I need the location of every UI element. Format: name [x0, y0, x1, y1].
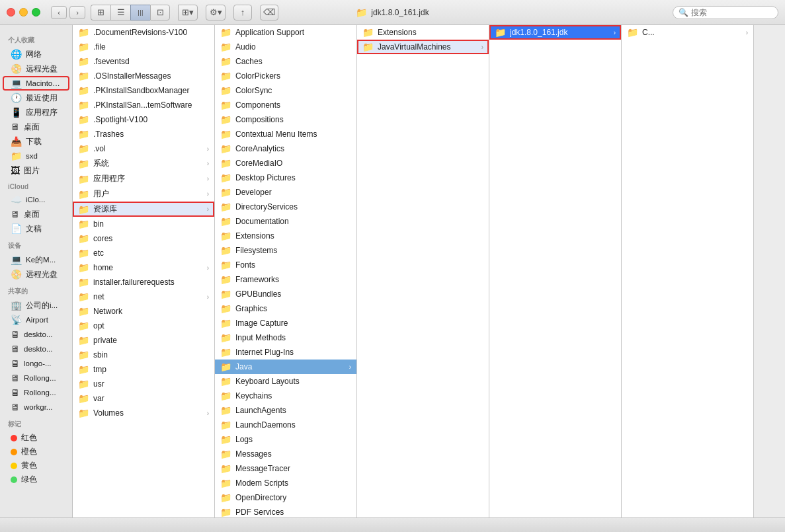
file-item[interactable]: 📁MessageTracer: [215, 461, 356, 476]
file-item[interactable]: 📁opt: [73, 319, 214, 333]
sidebar-item-pictures[interactable]: 🖼图片: [3, 163, 69, 178]
file-item[interactable]: 📁installer.failurerequests: [73, 275, 214, 289]
file-item[interactable]: 📁Extensions: [357, 25, 489, 40]
file-item[interactable]: 📁Network: [73, 304, 214, 319]
sidebar-item-airport[interactable]: 📡Airport: [3, 313, 69, 327]
file-item[interactable]: 📁Messages: [215, 447, 356, 461]
file-item[interactable]: 📁资源库›: [73, 202, 214, 217]
file-item[interactable]: 📁LaunchAgents: [215, 403, 356, 418]
file-item[interactable]: 📁private: [73, 333, 214, 348]
file-item[interactable]: 📁Desktop Pictures: [215, 171, 356, 185]
file-item[interactable]: 📁.DocumentRevisions-V100: [73, 25, 214, 40]
file-item[interactable]: 📁Audio: [215, 40, 356, 54]
back-button[interactable]: ‹: [51, 6, 67, 19]
file-item[interactable]: 📁.fseventsd: [73, 54, 214, 69]
sidebar-item-network[interactable]: 🌐网络: [3, 47, 69, 61]
file-item[interactable]: 📁LaunchDaemons: [215, 418, 356, 432]
file-item[interactable]: 📁JavaVirtualMachines›: [357, 40, 489, 54]
file-item[interactable]: 📁系统›: [73, 156, 214, 171]
file-item[interactable]: 📁Keychains: [215, 389, 356, 403]
sidebar-item-icloud-docs[interactable]: 📄文稿: [3, 221, 69, 236]
file-item[interactable]: 📁.file: [73, 40, 214, 54]
file-item[interactable]: 📁Java›: [215, 360, 356, 374]
file-item[interactable]: 📁Graphics: [215, 301, 356, 316]
file-item[interactable]: 📁.vol›: [73, 141, 214, 156]
sidebar-item-desktop2[interactable]: 🖥deskto...: [3, 342, 69, 356]
sidebar-item-rollong2[interactable]: 🖥Rollong...: [3, 385, 69, 400]
column-view-button[interactable]: ⫼: [130, 5, 150, 20]
file-item[interactable]: 📁.PKInstallSan...temSoftware: [73, 98, 214, 112]
file-item[interactable]: 📁net›: [73, 289, 214, 304]
sidebar-item-tag-green[interactable]: 绿色: [3, 473, 69, 486]
file-item[interactable]: 📁C...›: [622, 25, 753, 40]
forward-button[interactable]: ›: [69, 6, 85, 19]
file-item[interactable]: 📁.OSInstallerMessages: [73, 69, 214, 83]
file-item[interactable]: 📁ColorPickers: [215, 69, 356, 83]
sidebar-item-icloud[interactable]: ☁️iClo...: [3, 192, 69, 207]
file-item[interactable]: 📁tmp: [73, 362, 214, 377]
search-bar[interactable]: 🔍: [673, 6, 778, 19]
file-item[interactable]: 📁GPUBundles: [215, 287, 356, 301]
file-item[interactable]: 📁用户›: [73, 186, 214, 202]
sidebar-item-company[interactable]: 🏢公司的i...: [3, 298, 69, 313]
file-item[interactable]: 📁Logs: [215, 432, 356, 447]
file-item[interactable]: 📁PDF Services: [215, 505, 356, 517]
file-item[interactable]: 📁Fonts: [215, 258, 356, 272]
file-item[interactable]: 📁应用程序›: [73, 171, 214, 186]
minimize-button[interactable]: [19, 8, 28, 17]
file-item[interactable]: 📁.Spotlight-V100: [73, 112, 214, 127]
path-button[interactable]: ⌫: [260, 5, 278, 20]
file-item[interactable]: 📁Contextual Menu Items: [215, 127, 356, 141]
file-item[interactable]: 📁Caches: [215, 54, 356, 69]
sidebar-item-sxd[interactable]: 📁sxd: [3, 149, 69, 163]
sidebar-item-desktop[interactable]: 🖥桌面: [3, 120, 69, 134]
file-item[interactable]: 📁ColorSync: [215, 83, 356, 98]
search-input[interactable]: [691, 8, 772, 17]
close-button[interactable]: [7, 8, 15, 17]
file-item[interactable]: 📁Components: [215, 98, 356, 112]
file-item[interactable]: 📁.PKInstallSandboxManager: [73, 83, 214, 98]
sidebar-item-rollong1[interactable]: 🖥Rollong...: [3, 371, 69, 385]
file-item[interactable]: 📁bin: [73, 217, 214, 231]
sidebar-item-apps[interactable]: 📱应用程序: [3, 105, 69, 120]
file-item[interactable]: 📁Developer: [215, 185, 356, 200]
sidebar-item-desktop1[interactable]: 🖥deskto...: [3, 327, 69, 342]
file-item[interactable]: 📁Frameworks: [215, 272, 356, 287]
file-item[interactable]: 📁Extensions: [215, 229, 356, 243]
file-item[interactable]: 📁Application Support: [215, 25, 356, 40]
share-button[interactable]: ↑: [233, 5, 252, 20]
file-item[interactable]: 📁CoreAnalytics: [215, 141, 356, 156]
sidebar-item-ke-mac[interactable]: 💻Ke的M...: [3, 252, 69, 267]
sidebar-item-tag-red[interactable]: 红色: [3, 431, 69, 445]
file-item[interactable]: 📁Input Methods: [215, 330, 356, 345]
file-item[interactable]: 📁Keyboard Layouts: [215, 374, 356, 389]
file-item[interactable]: 📁var: [73, 391, 214, 406]
sidebar-item-recent[interactable]: 🕐最近使用: [3, 91, 69, 105]
sidebar-item-remote-disk[interactable]: 📀远程光盘: [3, 61, 69, 76]
sidebar-item-workgrp[interactable]: 🖥workgr...: [3, 400, 69, 414]
sidebar-item-tag-orange[interactable]: 橙色: [3, 445, 69, 459]
action-button[interactable]: ⚙▾: [206, 5, 226, 20]
arrange-button[interactable]: ⊞▾: [178, 5, 198, 20]
maximize-button[interactable]: [32, 8, 40, 17]
sidebar-item-longo1[interactable]: 🖥longo-...: [3, 356, 69, 371]
file-item[interactable]: 📁etc: [73, 246, 214, 260]
file-item[interactable]: 📁CoreMediaIO: [215, 156, 356, 171]
file-item[interactable]: 📁usr: [73, 377, 214, 391]
file-item[interactable]: 📁Filesystems: [215, 243, 356, 258]
sidebar-item-tag-yellow[interactable]: 黄色: [3, 459, 69, 473]
sidebar-item-downloads[interactable]: 📥下载: [3, 134, 69, 149]
file-item[interactable]: 📁jdk1.8.0_161.jdk›: [489, 25, 621, 40]
icon-view-button[interactable]: ⊞: [91, 5, 110, 20]
sidebar-item-icloud-desktop[interactable]: 🖥桌面: [3, 207, 69, 221]
file-item[interactable]: 📁DirectoryServices: [215, 200, 356, 214]
file-item[interactable]: 📁sbin: [73, 348, 214, 362]
file-item[interactable]: 📁cores: [73, 231, 214, 246]
sidebar-item-macintosh-hd[interactable]: 💻Macintosh HD: [3, 76, 69, 91]
list-view-button[interactable]: ☰: [110, 5, 130, 20]
file-item[interactable]: 📁Modem Scripts: [215, 476, 356, 490]
gallery-view-button[interactable]: ⊡: [150, 5, 170, 20]
file-item[interactable]: 📁OpenDirectory: [215, 490, 356, 505]
file-item[interactable]: 📁Internet Plug-Ins: [215, 345, 356, 360]
file-item[interactable]: 📁Documentation: [215, 214, 356, 229]
